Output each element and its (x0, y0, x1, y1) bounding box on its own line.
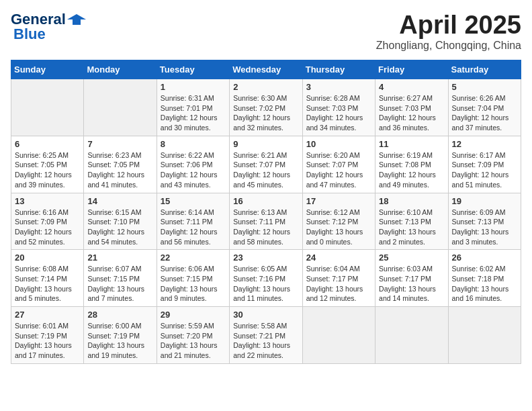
weekday-header-wednesday: Wednesday (230, 60, 302, 79)
day-number: 30 (233, 310, 298, 320)
weekday-header-monday: Monday (84, 60, 157, 79)
day-details: Sunrise: 6:12 AM Sunset: 7:12 PM Dayligh… (306, 208, 371, 247)
calendar-cell (375, 307, 448, 364)
day-number: 7 (87, 139, 152, 149)
day-details: Sunrise: 6:14 AM Sunset: 7:11 PM Dayligh… (161, 208, 226, 247)
day-details: Sunrise: 6:10 AM Sunset: 7:13 PM Dayligh… (379, 208, 444, 247)
weekday-header-thursday: Thursday (302, 60, 375, 79)
calendar-cell: 9Sunrise: 6:21 AM Sunset: 7:07 PM Daylig… (230, 136, 302, 193)
day-details: Sunrise: 6:23 AM Sunset: 7:05 PM Dayligh… (87, 150, 152, 190)
calendar-title: April 2025 (376, 11, 521, 40)
day-details: Sunrise: 6:05 AM Sunset: 7:16 PM Dayligh… (233, 264, 298, 304)
day-number: 5 (452, 82, 517, 92)
day-number: 23 (233, 253, 298, 263)
day-details: Sunrise: 6:28 AM Sunset: 7:03 PM Dayligh… (306, 93, 371, 133)
calendar-cell (11, 79, 84, 136)
day-details: Sunrise: 6:17 AM Sunset: 7:09 PM Dayligh… (452, 150, 517, 190)
calendar-cell: 14Sunrise: 6:15 AM Sunset: 7:10 PM Dayli… (84, 193, 157, 250)
svg-marker-0 (67, 14, 86, 25)
calendar-cell: 2Sunrise: 6:30 AM Sunset: 7:02 PM Daylig… (230, 79, 302, 136)
calendar-cell: 15Sunrise: 6:14 AM Sunset: 7:11 PM Dayli… (157, 193, 229, 250)
day-details: Sunrise: 6:15 AM Sunset: 7:10 PM Dayligh… (87, 208, 152, 247)
day-number: 28 (87, 310, 152, 320)
day-details: Sunrise: 6:07 AM Sunset: 7:15 PM Dayligh… (87, 264, 152, 304)
calendar-cell: 13Sunrise: 6:16 AM Sunset: 7:09 PM Dayli… (11, 193, 84, 250)
calendar-cell: 3Sunrise: 6:28 AM Sunset: 7:03 PM Daylig… (302, 79, 375, 136)
day-details: Sunrise: 6:02 AM Sunset: 7:18 PM Dayligh… (452, 264, 517, 304)
calendar-cell: 18Sunrise: 6:10 AM Sunset: 7:13 PM Dayli… (375, 193, 448, 250)
day-details: Sunrise: 6:08 AM Sunset: 7:14 PM Dayligh… (15, 264, 80, 304)
calendar-cell: 19Sunrise: 6:09 AM Sunset: 7:13 PM Dayli… (448, 193, 521, 250)
day-number: 25 (379, 253, 444, 263)
weekday-header-friday: Friday (375, 60, 448, 79)
day-details: Sunrise: 6:22 AM Sunset: 7:06 PM Dayligh… (161, 150, 226, 190)
calendar-cell: 11Sunrise: 6:19 AM Sunset: 7:08 PM Dayli… (375, 136, 448, 193)
day-details: Sunrise: 5:59 AM Sunset: 7:20 PM Dayligh… (161, 321, 226, 361)
calendar-week-row: 27Sunrise: 6:01 AM Sunset: 7:19 PM Dayli… (11, 307, 521, 364)
logo-blue: Blue (13, 26, 46, 43)
day-number: 12 (452, 139, 517, 149)
calendar-cell (302, 307, 375, 364)
day-number: 15 (161, 196, 226, 206)
day-details: Sunrise: 6:06 AM Sunset: 7:15 PM Dayligh… (161, 264, 226, 304)
day-number: 18 (379, 196, 444, 206)
calendar-cell: 24Sunrise: 6:04 AM Sunset: 7:17 PM Dayli… (302, 250, 375, 307)
calendar-week-row: 13Sunrise: 6:16 AM Sunset: 7:09 PM Dayli… (11, 193, 521, 250)
day-number: 9 (233, 139, 298, 149)
calendar-cell: 1Sunrise: 6:31 AM Sunset: 7:01 PM Daylig… (157, 79, 229, 136)
calendar-cell: 25Sunrise: 6:03 AM Sunset: 7:17 PM Dayli… (375, 250, 448, 307)
day-details: Sunrise: 6:16 AM Sunset: 7:09 PM Dayligh… (15, 208, 80, 247)
day-number: 29 (161, 310, 226, 320)
calendar-cell: 12Sunrise: 6:17 AM Sunset: 7:09 PM Dayli… (448, 136, 521, 193)
calendar-table: SundayMondayTuesdayWednesdayThursdayFrid… (11, 60, 521, 364)
calendar-cell: 4Sunrise: 6:27 AM Sunset: 7:03 PM Daylig… (375, 79, 448, 136)
calendar-cell: 20Sunrise: 6:08 AM Sunset: 7:14 PM Dayli… (11, 250, 84, 307)
day-number: 16 (233, 196, 298, 206)
calendar-cell: 21Sunrise: 6:07 AM Sunset: 7:15 PM Dayli… (84, 250, 157, 307)
day-number: 4 (379, 82, 444, 92)
calendar-cell (448, 307, 521, 364)
day-number: 3 (306, 82, 371, 92)
calendar-cell: 26Sunrise: 6:02 AM Sunset: 7:18 PM Dayli… (448, 250, 521, 307)
calendar-cell: 22Sunrise: 6:06 AM Sunset: 7:15 PM Dayli… (157, 250, 229, 307)
logo-bird-icon (67, 13, 86, 26)
day-details: Sunrise: 6:27 AM Sunset: 7:03 PM Dayligh… (379, 93, 444, 133)
day-number: 6 (15, 139, 80, 149)
day-number: 19 (452, 196, 517, 206)
day-details: Sunrise: 6:19 AM Sunset: 7:08 PM Dayligh… (379, 150, 444, 190)
day-number: 11 (379, 139, 444, 149)
day-details: Sunrise: 6:25 AM Sunset: 7:05 PM Dayligh… (15, 150, 80, 190)
day-details: Sunrise: 6:04 AM Sunset: 7:17 PM Dayligh… (306, 264, 371, 304)
calendar-cell: 10Sunrise: 6:20 AM Sunset: 7:07 PM Dayli… (302, 136, 375, 193)
day-number: 22 (161, 253, 226, 263)
calendar-cell: 6Sunrise: 6:25 AM Sunset: 7:05 PM Daylig… (11, 136, 84, 193)
calendar-subtitle: Zhongliang, Chongqing, China (376, 40, 521, 52)
day-number: 20 (15, 253, 80, 263)
day-number: 14 (87, 196, 152, 206)
day-details: Sunrise: 6:13 AM Sunset: 7:11 PM Dayligh… (233, 208, 298, 247)
day-number: 13 (15, 196, 80, 206)
weekday-header-tuesday: Tuesday (157, 60, 229, 79)
calendar-cell: 23Sunrise: 6:05 AM Sunset: 7:16 PM Dayli… (230, 250, 302, 307)
day-number: 17 (306, 196, 371, 206)
day-number: 10 (306, 139, 371, 149)
day-details: Sunrise: 6:26 AM Sunset: 7:04 PM Dayligh… (452, 93, 517, 133)
day-number: 8 (161, 139, 226, 149)
day-details: Sunrise: 5:58 AM Sunset: 7:21 PM Dayligh… (233, 321, 298, 361)
calendar-week-row: 1Sunrise: 6:31 AM Sunset: 7:01 PM Daylig… (11, 79, 521, 136)
day-number: 1 (161, 82, 226, 92)
header: General Blue April 2025 Zhongliang, Chon… (11, 11, 521, 52)
day-number: 24 (306, 253, 371, 263)
day-number: 21 (87, 253, 152, 263)
day-details: Sunrise: 6:21 AM Sunset: 7:07 PM Dayligh… (233, 150, 298, 190)
day-details: Sunrise: 6:01 AM Sunset: 7:19 PM Dayligh… (15, 321, 80, 361)
day-details: Sunrise: 6:31 AM Sunset: 7:01 PM Dayligh… (161, 93, 226, 133)
calendar-cell: 16Sunrise: 6:13 AM Sunset: 7:11 PM Dayli… (230, 193, 302, 250)
day-details: Sunrise: 6:00 AM Sunset: 7:19 PM Dayligh… (87, 321, 152, 361)
calendar-cell: 7Sunrise: 6:23 AM Sunset: 7:05 PM Daylig… (84, 136, 157, 193)
day-number: 27 (15, 310, 80, 320)
calendar-cell (84, 79, 157, 136)
calendar-cell: 27Sunrise: 6:01 AM Sunset: 7:19 PM Dayli… (11, 307, 84, 364)
day-number: 2 (233, 82, 298, 92)
day-details: Sunrise: 6:09 AM Sunset: 7:13 PM Dayligh… (452, 208, 517, 247)
